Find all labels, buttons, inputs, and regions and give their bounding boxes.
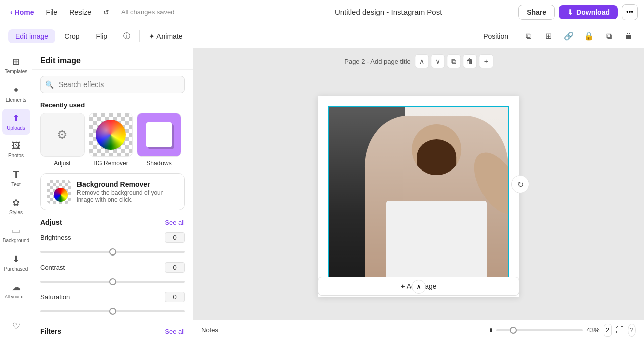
canvas-image[interactable]: ↻ (328, 106, 509, 287)
tab-edit-image[interactable]: Edit image (8, 29, 55, 43)
person-body (365, 116, 508, 286)
sidebar-item-templates[interactable]: ⊞ Templates (2, 52, 30, 78)
bg-remover-promo[interactable]: Background Remover Remove the background… (40, 173, 185, 210)
zoom-controls: 43% 2 ⛶ ? (490, 324, 636, 337)
group-icon[interactable]: ⧉ (521, 29, 535, 43)
home-button[interactable]: ‹ Home (6, 6, 38, 18)
sidebar-item-background[interactable]: ▭ Background (2, 221, 30, 247)
contrast-input[interactable] (40, 281, 185, 283)
nav-sidebar: ⊞ Templates ✦ Elements ⬆ Uploads 🖼 Photo… (0, 48, 32, 340)
adjust-label: Adjust (54, 160, 70, 167)
effect-bg-remover[interactable]: BG Remover (89, 113, 133, 167)
tab-crop[interactable]: Crop (57, 29, 87, 43)
more-options-button[interactable]: ••• (622, 4, 638, 20)
filters-section-header: Filters See all (40, 327, 185, 335)
scroll-up-button[interactable]: ∧ (412, 280, 426, 294)
contrast-slider-row: Contrast 0 (40, 262, 185, 285)
saved-status: All changes saved (121, 8, 175, 16)
share-button[interactable]: Share (518, 5, 555, 20)
sidebar-item-elements[interactable]: ✦ Elements (2, 80, 30, 107)
canvas-wrapper[interactable]: Page 2 - Add page title ∧ ∨ ⧉ 🗑 + (193, 48, 644, 320)
sidebar-item-styles[interactable]: ✿ Styles (2, 193, 30, 219)
edit-panel: Edit image 🔍 Recently used ⚙ Adjust BG R… (32, 48, 193, 340)
templates-icon: ⊞ (12, 56, 20, 67)
image-toolbar: Edit image Crop Flip ⓘ ✦ Animate Positio… (0, 24, 644, 48)
delete-icon[interactable]: 🗑 (622, 29, 636, 43)
download-button[interactable]: ⬇ Download (559, 5, 618, 19)
filters-see-all[interactable]: See all (165, 328, 185, 335)
sidebar-item-label: Styles (9, 210, 23, 215)
brightness-slider-row: Brightness 0 (40, 232, 185, 255)
page-delete-button[interactable]: 🗑 (463, 54, 477, 68)
page-down-button[interactable]: ∨ (431, 54, 445, 68)
position-button[interactable]: Position (476, 29, 515, 43)
promo-title: Background Remover (77, 180, 178, 188)
chevron-left-icon: ‹ (10, 8, 13, 16)
sidebar-item-purchased[interactable]: ⬇ Purchased (2, 249, 30, 276)
sidebar-item-label: Purchased (4, 266, 28, 272)
brightness-input[interactable] (40, 251, 185, 253)
link-icon[interactable]: 🔗 (561, 29, 576, 43)
shadows-label: Shadows (146, 160, 171, 167)
zoom-reset-button[interactable]: 2 (604, 324, 612, 337)
sidebar-item-label: Photos (8, 153, 24, 158)
ellipsis-icon: ••• (626, 8, 633, 16)
tab-info[interactable]: ⓘ (116, 29, 137, 44)
promo-icon (47, 180, 71, 204)
adjust-thumb: ⚙ (40, 113, 85, 157)
refresh-button[interactable]: ↻ (511, 175, 529, 193)
page-add-button[interactable]: + (479, 54, 493, 68)
styles-icon: ✿ (12, 197, 20, 208)
saturation-slider-row: Saturation 0 (40, 292, 185, 314)
undo-button[interactable]: ↺ (99, 6, 113, 18)
effects-grid: ⚙ Adjust BG Remover Shadows (32, 113, 193, 173)
sidebar-item-photos[interactable]: 🖼 Photos (2, 137, 30, 162)
heart-icon: ♡ (12, 321, 20, 332)
sidebar-item-label: Elements (6, 97, 27, 103)
effect-shadows[interactable]: Shadows (137, 113, 181, 167)
canvas-page: ↻ (318, 96, 519, 297)
shadows-thumb (137, 113, 181, 157)
zoom-slider[interactable] (496, 329, 583, 331)
sidebar-item-label: Text (11, 182, 20, 187)
search-icon: 🔍 (45, 80, 54, 89)
toolbar-right-actions: Position ⧉ ⊞ 🔗 🔒 ⧉ 🗑 (476, 29, 636, 43)
sidebar-item-uploads[interactable]: ⬆ Uploads (2, 109, 30, 135)
canvas-area: Page 2 - Add page title ∧ ∨ ⧉ 🗑 + (193, 48, 644, 340)
background-icon: ▭ (12, 225, 20, 236)
copy-icon[interactable]: ⧉ (602, 29, 616, 43)
sidebar-item-text[interactable]: T Text (2, 164, 30, 191)
uploads-icon: ⬆ (12, 113, 20, 124)
adjust-section-header: Adjust See all (40, 218, 185, 226)
help-button[interactable]: ? (628, 324, 636, 337)
lock-icon[interactable]: 🔒 (582, 29, 596, 43)
page-copy-button[interactable]: ⧉ (447, 54, 461, 68)
download-icon: ⬇ (567, 8, 573, 16)
sidebar-item-all[interactable]: ☁ All your d... (2, 278, 30, 303)
resize-button[interactable]: Resize (65, 6, 95, 18)
sphere-icon (96, 120, 126, 150)
contrast-label: Contrast (40, 264, 65, 271)
notes-label[interactable]: Notes (201, 326, 218, 334)
toolbar-divider (139, 30, 140, 42)
page-up-button[interactable]: ∧ (415, 54, 429, 68)
main-layout: ⊞ Templates ✦ Elements ⬆ Uploads 🖼 Photo… (0, 48, 644, 340)
search-effects-input[interactable] (40, 76, 185, 93)
tab-animate[interactable]: ✦ Animate (142, 29, 189, 43)
saturation-value: 0 (165, 292, 185, 302)
adjust-section: Adjust See all Brightness 0 Contrast 0 (32, 218, 193, 327)
bg-remover-label: BG Remover (93, 160, 128, 167)
person-container (365, 116, 508, 286)
toolbar-tabs: Edit image Crop Flip ⓘ ✦ Animate (8, 29, 190, 44)
effect-adjust[interactable]: ⚙ Adjust (40, 113, 85, 167)
page-title-bar: Page 2 - Add page title ∧ ∨ ⧉ 🗑 + (344, 54, 493, 68)
tab-flip[interactable]: Flip (89, 29, 115, 43)
fullscreen-button[interactable]: ⛶ (616, 324, 624, 337)
zoom-percentage: 43% (587, 326, 600, 334)
saturation-input[interactable] (40, 310, 185, 312)
sidebar-item-favorites[interactable]: ♡ (2, 317, 30, 336)
file-button[interactable]: File (42, 6, 62, 18)
grid-icon[interactable]: ⊞ (541, 29, 555, 43)
topbar-left: ‹ Home File Resize ↺ All changes saved (6, 6, 258, 18)
adjust-see-all[interactable]: See all (165, 219, 185, 226)
